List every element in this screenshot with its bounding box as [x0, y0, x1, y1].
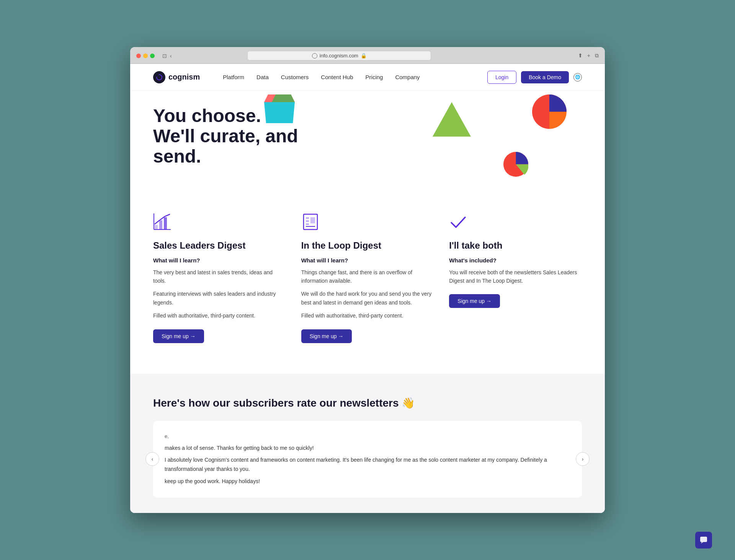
share-icon[interactable]: ⬆ — [578, 52, 583, 59]
browser-window: ⊡ ‹ info.cognism.com 🔒 ⬆ + ⧉ cognis — [130, 47, 605, 513]
decorative-shape-topmid — [433, 102, 471, 138]
logo[interactable]: cognism — [153, 71, 200, 83]
testimonial-line-4: keep up the good work. Happy holidays! — [165, 477, 570, 486]
url-text: info.cognism.com — [320, 53, 358, 59]
card-take-both-subtitle: What's included? — [449, 257, 582, 264]
card-in-the-loop-text-1: Things change fast, and there is an over… — [301, 268, 434, 285]
card-sales-leaders-text-3: Filled with authoritative, third-party c… — [153, 311, 286, 320]
chat-widget-button[interactable] — [695, 532, 712, 549]
nav-actions: Login Book a Demo 🌐 — [487, 71, 582, 84]
sidebar-toggle-icon[interactable]: ⊡ — [162, 53, 167, 59]
language-globe-icon[interactable]: 🌐 — [573, 73, 582, 81]
address-bar[interactable]: info.cognism.com 🔒 — [247, 51, 431, 60]
nav-links: Platform Data Customers Content Hub Pric… — [223, 74, 487, 80]
sales-leaders-icon — [153, 213, 172, 231]
testimonial-card: e, makes a lot of sense. Thanks for gett… — [153, 421, 582, 498]
tabs-icon[interactable]: ⧉ — [595, 52, 599, 59]
nav-company[interactable]: Company — [395, 74, 420, 80]
decorative-shape-midright — [503, 152, 528, 178]
close-button-dot[interactable] — [136, 54, 141, 58]
browser-titlebar: ⊡ ‹ info.cognism.com 🔒 ⬆ + ⧉ — [130, 47, 605, 64]
card-sales-leaders-text-1: The very best and latest in sales trends… — [153, 268, 286, 285]
nav-customers[interactable]: Customers — [281, 74, 309, 80]
logo-text: cognism — [168, 73, 200, 81]
testimonial-text: e, makes a lot of sense. Thanks for gett… — [165, 432, 570, 486]
chat-widget-icon — [699, 536, 708, 544]
lock-icon: 🔒 — [361, 53, 367, 59]
prev-arrow-icon[interactable]: ‹ — [145, 452, 159, 466]
new-tab-icon[interactable]: + — [587, 52, 590, 59]
maximize-button-dot[interactable] — [150, 54, 155, 58]
browser-nav-controls: ⊡ ‹ — [162, 53, 172, 59]
svg-rect-13 — [306, 220, 309, 222]
cards-section: Sales Leaders Digest What will I learn? … — [130, 190, 605, 374]
testimonial-line-1: e, — [165, 432, 570, 441]
testimonials-title-text: Here's how our subscribers rate our news… — [153, 397, 415, 409]
testimonials-carousel: e, makes a lot of sense. Thanks for gett… — [153, 421, 582, 498]
testimonials-title: Here's how our subscribers rate our news… — [153, 397, 582, 409]
back-icon[interactable]: ‹ — [170, 53, 172, 59]
svg-rect-14 — [306, 223, 309, 225]
book-demo-button[interactable]: Book a Demo — [521, 71, 569, 83]
testimonial-prev-button[interactable]: ‹ — [145, 452, 159, 466]
site-globe-icon — [312, 53, 317, 59]
card-take-both-title: I'll take both — [449, 240, 582, 251]
svg-marker-18 — [701, 542, 703, 544]
svg-marker-4 — [272, 94, 295, 102]
in-the-loop-icon — [301, 213, 320, 231]
card-in-the-loop: In the Loop Digest What will I learn? Th… — [301, 205, 434, 351]
testimonial-line-3: I absolutely love Cognism's content and … — [165, 456, 570, 474]
card-in-the-loop-text-3: Filled with authoritative, third-party c… — [301, 311, 434, 320]
logo-icon — [153, 71, 165, 83]
svg-rect-10 — [164, 217, 167, 230]
card-take-both-text-1: You will receive both of the newsletters… — [449, 268, 582, 285]
svg-marker-5 — [433, 102, 471, 137]
nav-platform[interactable]: Platform — [223, 74, 244, 80]
testimonial-line-2: makes a lot of sense. Thanks for getting… — [165, 444, 570, 453]
login-button[interactable]: Login — [487, 71, 516, 84]
hero-title: You choose. We'll curate, and send. — [153, 106, 345, 166]
decorative-shape-topright — [532, 94, 567, 130]
card-take-both: I'll take both What's included? You will… — [449, 205, 582, 351]
card-in-the-loop-subtitle: What will I learn? — [301, 257, 434, 264]
window-controls — [136, 54, 155, 58]
testimonial-next-button[interactable]: › — [576, 452, 590, 466]
page-content: cognism Platform Data Customers Content … — [130, 64, 605, 513]
card-sales-leaders-text-2: Featuring interviews with sales leaders … — [153, 290, 286, 307]
card-in-the-loop-title: In the Loop Digest — [301, 240, 434, 251]
svg-rect-8 — [155, 225, 158, 230]
svg-rect-17 — [700, 537, 707, 542]
next-arrow-icon[interactable]: › — [576, 452, 590, 466]
card-sales-leaders-title: Sales Leaders Digest — [153, 240, 286, 251]
card-sales-leaders: Sales Leaders Digest What will I learn? … — [153, 205, 286, 351]
take-both-signup-button[interactable]: Sign me up → — [449, 294, 500, 308]
card-sales-leaders-subtitle: What will I learn? — [153, 257, 286, 264]
nav-data[interactable]: Data — [256, 74, 269, 80]
in-the-loop-signup-button[interactable]: Sign me up → — [301, 329, 352, 343]
card-in-the-loop-text-2: We will do the hard work for you and sen… — [301, 290, 434, 307]
testimonials-section: Here's how our subscribers rate our news… — [130, 374, 605, 513]
sales-leaders-signup-button[interactable]: Sign me up → — [153, 329, 204, 343]
svg-rect-9 — [159, 220, 162, 230]
hero-section: You choose. We'll curate, and send. — [130, 91, 605, 189]
browser-action-buttons: ⬆ + ⧉ — [578, 52, 599, 59]
minimize-button-dot[interactable] — [143, 54, 148, 58]
nav-pricing[interactable]: Pricing — [366, 74, 383, 80]
svg-point-1 — [157, 75, 162, 80]
svg-rect-12 — [306, 217, 309, 219]
navbar: cognism Platform Data Customers Content … — [130, 64, 605, 91]
take-both-icon — [449, 213, 467, 231]
svg-rect-15 — [310, 217, 315, 223]
nav-content-hub[interactable]: Content Hub — [321, 74, 353, 80]
